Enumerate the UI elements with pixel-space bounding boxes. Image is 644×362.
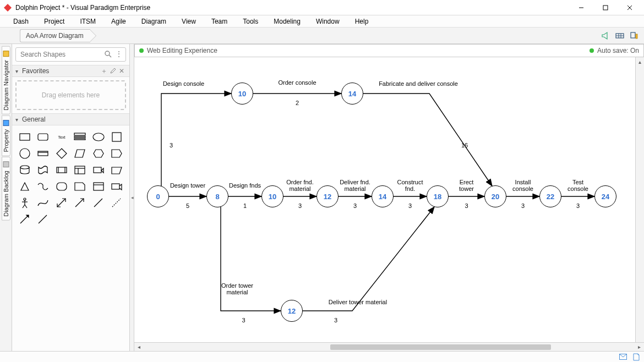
format-panel-icon[interactable] [627,29,641,42]
shape-stencil[interactable] [17,179,33,194]
edge-label: Design fnds [229,182,261,189]
close-favorite-icon[interactable]: ✕ [117,67,126,75]
menu-project[interactable]: Project [36,15,72,28]
window-minimize-button[interactable] [569,0,593,15]
aoa-node[interactable]: 10 [261,185,283,207]
menu-tools[interactable]: Tools [235,15,266,28]
general-section-header[interactable]: ▾ General [12,113,129,125]
shape-stencil[interactable] [72,146,89,161]
menu-agile[interactable]: Agile [103,15,134,28]
shape-stencil[interactable] [90,146,107,161]
splitter-handle-icon[interactable]: ◂ [130,187,134,209]
shape-stencil[interactable] [90,196,107,210]
aoa-node[interactable]: 20 [484,185,506,207]
svg-marker-40 [112,167,122,174]
breadcrumb-item[interactable]: AoA Arrow Diagram [20,29,90,42]
aoa-node[interactable]: 12 [316,185,339,207]
edge-label: Order fnd. material [286,179,314,192]
palette-splitter[interactable]: ◂ [130,44,134,351]
shape-stencil[interactable] [109,179,125,194]
shape-stencil[interactable] [35,146,52,161]
shape-stencil[interactable] [17,163,33,177]
aoa-node[interactable]: 14 [372,185,394,207]
menu-help[interactable]: Help [347,15,376,28]
side-tab-diagram-backlog[interactable]: Diagram Backlog [2,157,10,221]
menu-window[interactable]: Window [308,15,347,28]
shape-stencil[interactable] [17,146,33,161]
favorites-section-header[interactable]: ▾ Favorites ＋ ✕ [12,65,129,77]
aoa-node[interactable]: 22 [539,185,561,207]
shape-stencil[interactable]: Text [53,130,70,144]
svg-line-54 [94,199,102,207]
shape-stencil[interactable] [90,130,107,144]
shape-stencil[interactable] [53,196,70,210]
svg-point-14 [105,51,110,56]
aoa-node[interactable]: 24 [594,185,616,207]
shape-stencil[interactable] [35,212,52,227]
menu-diagram[interactable]: Diagram [134,15,174,28]
general-label: General [22,116,46,123]
shape-stencil[interactable] [72,130,89,144]
mail-icon[interactable] [619,353,627,361]
svg-marker-41 [21,183,29,190]
svg-marker-39 [101,168,103,173]
note-icon[interactable] [632,353,641,361]
svg-rect-12 [3,120,9,126]
svg-rect-46 [112,184,119,189]
shape-stencil[interactable] [90,179,107,194]
favorites-drop-zone[interactable]: Drag elements here [15,80,126,110]
shape-stencil[interactable] [109,196,125,210]
layout-icon[interactable] [613,29,626,42]
shape-stencil[interactable] [17,196,33,210]
aoa-node[interactable]: 14 [341,83,363,105]
edge-duration: 16 [461,141,468,148]
edge-duration: 3 [170,141,173,148]
menu-modeling[interactable]: Modeling [266,15,308,28]
shape-stencil[interactable] [72,196,89,210]
shape-stencil[interactable] [35,196,52,210]
scroll-right-icon[interactable]: ▸ [635,344,644,350]
chevron-down-icon: ▾ [15,68,21,74]
svg-rect-21 [74,139,85,140]
aoa-node[interactable]: 0 [147,185,169,207]
side-tab-diagram-navigator[interactable]: Diagram Navigator [2,46,10,114]
shape-stencil[interactable] [53,179,70,194]
shape-stencil[interactable] [109,146,125,161]
scroll-left-icon[interactable]: ◂ [134,344,143,350]
shape-stencil[interactable] [53,163,70,177]
horizontal-scrollbar[interactable]: ◂ ▸ [134,342,644,351]
side-tab-property[interactable]: Property [2,116,10,156]
window-maximize-button[interactable] [593,0,618,15]
vertical-scrollbar[interactable]: ▴ [635,57,644,342]
scroll-up-icon[interactable]: ▴ [636,57,644,66]
shape-stencil[interactable] [90,163,107,177]
announce-icon[interactable] [599,29,612,42]
scroll-thumb[interactable] [330,344,551,350]
shape-stencil[interactable] [109,163,125,177]
edge-label: Deliver fnd. material [340,179,370,192]
shape-stencil[interactable] [72,163,89,177]
aoa-node[interactable]: 18 [427,185,449,207]
search-icon[interactable] [104,50,112,59]
shape-stencil[interactable] [17,130,33,144]
search-more-icon[interactable]: ⋮ [115,50,123,58]
diagram-canvas[interactable]: Design tower5Design fnds1Order fnd. mate… [134,57,635,342]
aoa-node[interactable]: 8 [206,185,228,207]
shape-stencil[interactable] [35,163,52,177]
edit-favorite-icon[interactable] [108,67,117,75]
aoa-node[interactable]: 10 [231,83,253,105]
menu-itsm[interactable]: ITSM [72,15,103,28]
window-close-button[interactable] [618,0,642,15]
shape-stencil[interactable] [35,130,52,144]
menu-view[interactable]: View [174,15,204,28]
shape-stencil[interactable] [72,179,89,194]
svg-rect-10 [636,34,637,39]
shape-stencil[interactable] [35,179,52,194]
menu-team[interactable]: Team [204,15,235,28]
shape-stencil[interactable] [53,146,70,161]
add-favorite-icon[interactable]: ＋ [100,67,108,75]
menu-dash[interactable]: Dash [6,15,36,28]
aoa-node[interactable]: 12 [281,300,303,322]
shape-stencil[interactable] [17,212,33,227]
shape-stencil[interactable] [109,130,125,144]
